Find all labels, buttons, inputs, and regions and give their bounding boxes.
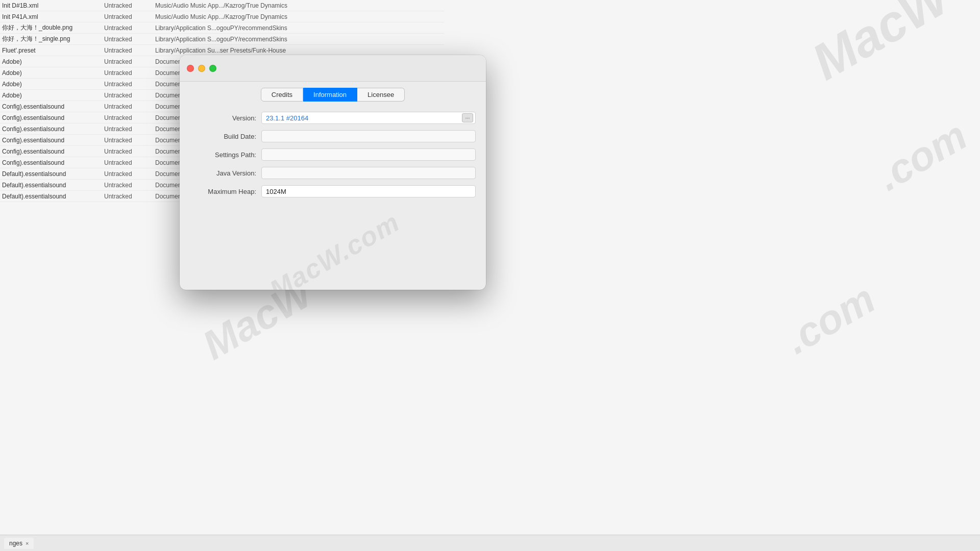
file-status: Untracked — [104, 148, 155, 155]
file-name: Config).essentialsound — [2, 137, 104, 144]
max-heap-label: Maximum Heap: — [190, 188, 261, 195]
bottom-tab-item[interactable]: nges × — [4, 538, 34, 549]
version-value: 23.1.1 #20164 ··· — [261, 112, 476, 124]
max-heap-row: Maximum Heap: 1024M — [190, 184, 476, 198]
file-row: 你好，大海！_single.png Untracked Library/Appl… — [0, 34, 444, 45]
file-status: Untracked — [104, 126, 155, 133]
file-name: Adobe) — [2, 58, 104, 65]
tab-close-button[interactable]: × — [26, 540, 29, 546]
file-name: Config).essentialsound — [2, 126, 104, 133]
file-name: Config).essentialsound — [2, 148, 104, 155]
file-name: Init D#1B.xml — [2, 2, 104, 9]
bottom-tab-bar: nges × — [0, 535, 980, 551]
file-status: Untracked — [104, 182, 155, 189]
file-status: Untracked — [104, 69, 155, 77]
java-version-label: Java Version: — [190, 169, 261, 177]
file-name: Adobe) — [2, 92, 104, 99]
build-date-row: Build Date: — [190, 129, 476, 143]
file-status: Untracked — [104, 170, 155, 178]
file-name: Init P41A.xml — [2, 13, 104, 20]
file-name: Default).essentialsound — [2, 170, 104, 178]
dialog-titlebar — [180, 55, 486, 82]
tab-label: nges — [9, 540, 22, 547]
file-name: Adobe) — [2, 69, 104, 77]
file-status: Untracked — [104, 36, 155, 43]
file-status: Untracked — [104, 159, 155, 166]
file-name: 你好，大海！_single.png — [2, 35, 104, 43]
java-version-row: Java Version: — [190, 166, 476, 180]
settings-path-value — [261, 148, 476, 161]
file-status: Untracked — [104, 193, 155, 200]
version-copy-button[interactable]: ··· — [462, 113, 473, 122]
file-name: Adobe) — [2, 81, 104, 88]
tab-licensee[interactable]: Licensee — [357, 88, 405, 102]
tab-information[interactable]: Information — [303, 88, 357, 102]
file-row: Init P41A.xml Untracked Music/Audio Musi… — [0, 11, 444, 22]
file-row: Init D#1B.xml Untracked Music/Audio Musi… — [0, 0, 444, 11]
settings-path-row: Settings Path: — [190, 147, 476, 162]
file-status: Untracked — [104, 13, 155, 20]
file-status: Untracked — [104, 92, 155, 99]
file-status: Untracked — [104, 24, 155, 32]
file-name: Default).essentialsound — [2, 182, 104, 189]
maximize-button[interactable] — [209, 65, 216, 72]
file-path: Library/Application S...ogouPY/recommend… — [155, 24, 442, 32]
file-status: Untracked — [104, 137, 155, 144]
minimize-button[interactable] — [198, 65, 205, 72]
about-dialog: Credits Information Licensee Version: 23… — [180, 55, 486, 290]
close-button[interactable] — [187, 65, 194, 72]
file-status: Untracked — [104, 114, 155, 121]
file-name: Config).essentialsound — [2, 159, 104, 166]
file-status: Untracked — [104, 47, 155, 54]
java-version-value — [261, 167, 476, 179]
file-name: Config).essentialsound — [2, 103, 104, 110]
max-heap-value: 1024M — [261, 185, 476, 197]
file-path: Music/Audio Music App.../Kazrog/True Dyn… — [155, 13, 442, 20]
file-row: 你好，大海！_double.png Untracked Library/Appl… — [0, 22, 444, 34]
version-label: Version: — [190, 114, 261, 122]
file-name: Fluet'.preset — [2, 47, 104, 54]
build-date-value — [261, 130, 476, 142]
file-name: 你好，大海！_double.png — [2, 23, 104, 32]
file-row: Fluet'.preset Untracked Library/Applicat… — [0, 45, 444, 56]
file-path: Music/Audio Music App.../Kazrog/True Dyn… — [155, 2, 442, 9]
traffic-lights — [187, 65, 216, 72]
file-name: Default).essentialsound — [2, 193, 104, 200]
build-date-label: Build Date: — [190, 133, 261, 140]
file-status: Untracked — [104, 103, 155, 110]
dialog-tab-bar: Credits Information Licensee — [180, 82, 486, 106]
file-status: Untracked — [104, 58, 155, 65]
file-path: Library/Application S...ogouPY/recommend… — [155, 36, 442, 43]
file-name: Config).essentialsound — [2, 114, 104, 121]
dialog-content: Version: 23.1.1 #20164 ··· Build Date: S… — [180, 106, 486, 208]
tab-credits[interactable]: Credits — [261, 88, 303, 102]
settings-path-label: Settings Path: — [190, 151, 261, 159]
file-status: Untracked — [104, 81, 155, 88]
file-path: Library/Application Su...ser Presets/Fun… — [155, 47, 442, 54]
file-status: Untracked — [104, 2, 155, 9]
version-row: Version: 23.1.1 #20164 ··· — [190, 111, 476, 125]
